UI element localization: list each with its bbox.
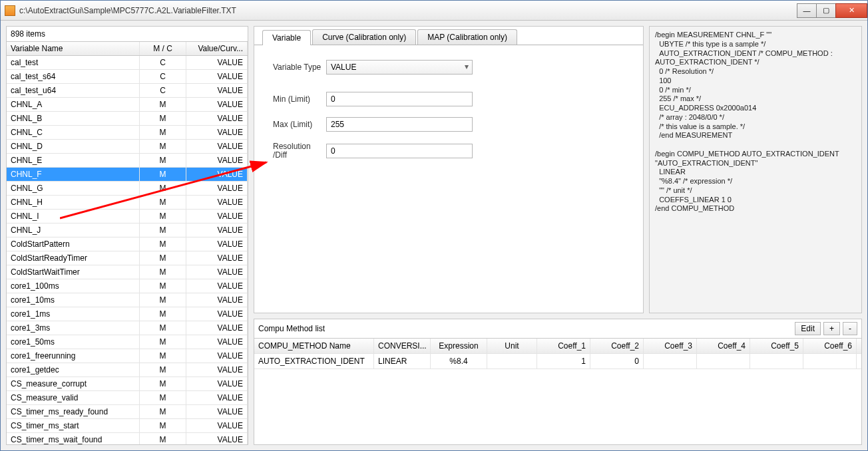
compu-method-panel: Compu Method list Edit + - COMPU_METHOD …: [254, 319, 862, 445]
table-row[interactable]: CHNL_BMVALUE: [7, 112, 248, 126]
table-row[interactable]: CHNL_DMVALUE: [7, 140, 248, 154]
variable-list-panel: 898 items Variable Name M / C Value/Curv…: [6, 26, 248, 445]
table-row[interactable]: CHNL_IMVALUE: [7, 210, 248, 224]
table-row[interactable]: cal_testCVALUE: [7, 56, 248, 70]
table-row[interactable]: cal_test_u64CVALUE: [7, 84, 248, 98]
tab-curve[interactable]: Curve (Calibration only): [312, 29, 416, 45]
compu-title: Compu Method list: [258, 324, 792, 333]
close-button[interactable]: ✕: [835, 3, 867, 18]
col-header-mc[interactable]: M / C: [140, 42, 186, 55]
compu-remove-button[interactable]: -: [843, 322, 857, 335]
table-row[interactable]: core1_10msMVALUE: [7, 293, 248, 307]
table-row[interactable]: core1_getdecMVALUE: [7, 363, 248, 377]
table-row[interactable]: ColdStartReadyTimerMVALUE: [7, 251, 248, 265]
variable-grid-header: Variable Name M / C Value/Curv...: [7, 41, 248, 56]
titlebar: c:\AutoExtractGui\Sample\MPC5777C.A2L.Va…: [1, 1, 867, 21]
table-row[interactable]: CS_timer_ms_startMVALUE: [7, 419, 248, 433]
tab-map[interactable]: MAP (Calibration only): [417, 29, 517, 45]
table-row[interactable]: CS_timer_ms_wait_foundMVALUE: [7, 433, 248, 444]
table-row[interactable]: ColdStartWaitTimerMVALUE: [7, 265, 248, 279]
table-row[interactable]: CHNL_AMVALUE: [7, 98, 248, 112]
table-row[interactable]: core1_50msMVALUE: [7, 335, 248, 349]
detail-panel: Variable Curve (Calibration only) MAP (C…: [254, 26, 644, 313]
table-row[interactable]: core1_freerunningMVALUE: [7, 349, 248, 363]
cm-col-c5[interactable]: Coeff_5: [750, 339, 803, 353]
variable-grid-body[interactable]: cal_testCVALUEcal_test_s64CVALUEcal_test…: [7, 56, 248, 444]
resolution-input[interactable]: [326, 144, 473, 158]
cm-col-c1[interactable]: Coeff_1: [537, 339, 590, 353]
compu-row[interactable]: AUTO_EXTRACTION_IDENTLINEAR%8.410: [254, 354, 861, 369]
table-row[interactable]: CS_measure_corruptMVALUE: [7, 377, 248, 391]
resolution-label: Resolution/Diff: [273, 142, 326, 160]
cm-col-c2[interactable]: Coeff_2: [590, 339, 644, 353]
cm-col-name[interactable]: COMPU_METHOD Name: [254, 339, 374, 353]
table-row[interactable]: CHNL_EMVALUE: [7, 154, 248, 168]
table-row[interactable]: CHNL_JMVALUE: [7, 224, 248, 237]
table-row[interactable]: ColdStartPatternMVALUE: [7, 237, 248, 251]
tab-body-variable: Variable Type Min (Limit) Max (Limit): [254, 45, 643, 313]
table-row[interactable]: CHNL_GMVALUE: [7, 182, 248, 196]
table-row[interactable]: core1_100msMVALUE: [7, 279, 248, 293]
tab-variable[interactable]: Variable: [262, 30, 311, 45]
window-title: c:\AutoExtractGui\Sample\MPC5777C.A2L.Va…: [19, 6, 797, 15]
maximize-button[interactable]: ▢: [816, 3, 836, 18]
cm-col-c3[interactable]: Coeff_3: [644, 339, 697, 353]
minimize-button[interactable]: —: [797, 3, 817, 18]
cm-col-conv[interactable]: CONVERSI...: [374, 339, 431, 353]
col-header-name[interactable]: Variable Name: [7, 42, 140, 55]
compu-add-button[interactable]: +: [823, 322, 840, 335]
vartype-label: Variable Type: [273, 63, 326, 72]
max-label: Max (Limit): [273, 120, 326, 129]
min-input[interactable]: [326, 92, 473, 106]
compu-edit-button[interactable]: Edit: [795, 322, 821, 335]
a2l-source-panel[interactable]: /begin MEASUREMENT CHNL_F "" UBYTE /* th…: [649, 26, 862, 313]
table-row[interactable]: CHNL_FMVALUE: [7, 168, 248, 182]
cm-col-unit[interactable]: Unit: [487, 339, 537, 353]
table-row[interactable]: cal_test_s64CVALUE: [7, 70, 248, 84]
app-icon: [5, 5, 15, 16]
table-row[interactable]: core1_1msMVALUE: [7, 307, 248, 321]
table-row[interactable]: core1_3msMVALUE: [7, 321, 248, 335]
table-row[interactable]: CHNL_HMVALUE: [7, 196, 248, 210]
max-input[interactable]: [326, 117, 473, 132]
vartype-select[interactable]: [326, 60, 473, 75]
cm-col-c4[interactable]: Coeff_4: [697, 339, 750, 353]
col-header-value[interactable]: Value/Curv...: [186, 42, 248, 55]
table-row[interactable]: CS_measure_validMVALUE: [7, 391, 248, 405]
table-row[interactable]: CHNL_CMVALUE: [7, 126, 248, 140]
cm-col-c6[interactable]: Coeff_6: [803, 339, 857, 353]
cm-col-expr[interactable]: Expression: [431, 339, 487, 353]
items-count: 898 items: [7, 27, 248, 41]
table-row[interactable]: CS_timer_ms_ready_foundMVALUE: [7, 405, 248, 419]
tabs-strip: Variable Curve (Calibration only) MAP (C…: [254, 27, 643, 45]
min-label: Min (Limit): [273, 94, 326, 104]
